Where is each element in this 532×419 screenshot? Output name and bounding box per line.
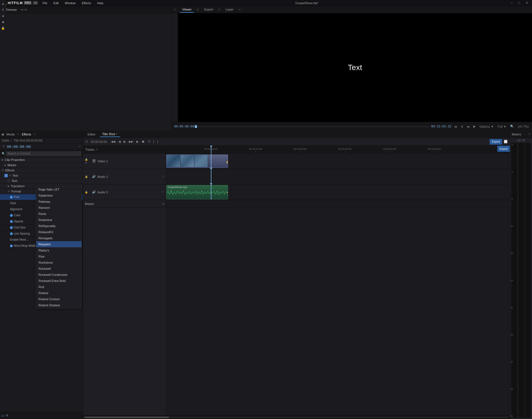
font-dropdown[interactable]: Rage Italic LET Raiderfont Raleway Ranso… — [36, 186, 82, 309]
font-item-refspecialty[interactable]: RefSpecialty — [36, 223, 81, 229]
editor-btn-prev-frame[interactable]: ◀◀ — [110, 139, 116, 144]
zoom-button[interactable]: 🔍 — [509, 124, 515, 129]
editor-btn-play[interactable]: ▶ — [135, 139, 140, 144]
audio-2-clip[interactable]: GospelShow.mp4 — [166, 185, 228, 199]
text-item-section[interactable]: Text — [0, 178, 83, 184]
font-item-renegado[interactable]: Renegado — [36, 235, 81, 241]
editor-btn-prev[interactable]: ◀ — [117, 139, 122, 144]
font-item-rage[interactable]: Rage Italic LET — [36, 186, 81, 192]
full-button[interactable]: Full ▼ — [497, 124, 508, 129]
font-item-rockwell[interactable]: Rockwell — [36, 266, 81, 272]
tab-media[interactable]: Media — [5, 132, 16, 137]
timeline-scrollbar[interactable] — [83, 415, 510, 419]
font-item-raiderfont[interactable]: Raiderfont — [36, 192, 81, 199]
scroll-thumb[interactable] — [84, 417, 169, 418]
font-item-ravie[interactable]: Ravie — [36, 211, 81, 217]
ruler-label-20min: 00:20:00:00 — [338, 148, 352, 150]
viewer-panel-menu[interactable]: ≡ — [174, 8, 176, 11]
font-item-relaxedfit[interactable]: RelaxedFit — [36, 229, 81, 235]
viewer-progress-bar[interactable] — [196, 126, 429, 127]
font-item-rockstone[interactable]: Rockstone — [36, 259, 81, 266]
btn-pause[interactable]: ⏸ — [459, 124, 465, 129]
alignment-label: Alignment — [10, 208, 38, 211]
font-item-rod[interactable]: Rod — [36, 284, 81, 290]
clip-properties-section[interactable]: ▶ Clip Properties — [0, 157, 83, 163]
tab-titleshot-close[interactable]: ✕ — [116, 132, 118, 135]
trim-btn-2[interactable]: ⏭ — [25, 8, 27, 11]
text-group-section[interactable]: ✔ ▼ Text — [0, 173, 83, 178]
meters-menu-icon[interactable]: ≡ — [529, 133, 530, 136]
export-button[interactable]: Export — [490, 139, 502, 145]
font-item-raleway[interactable]: Raleway — [36, 199, 81, 205]
btn-forward[interactable]: ⏭ — [466, 124, 471, 129]
master-settings[interactable]: ⚙ — [162, 202, 164, 205]
menu-edit[interactable]: Edit — [52, 1, 60, 5]
menu-file[interactable]: File — [41, 1, 49, 5]
export-timeline-button[interactable]: Export — [497, 146, 510, 152]
font-item-roland-shadow[interactable]: Roland Shadow — [36, 302, 81, 308]
timeline-ruler[interactable]: 00:05:00:00 00:10:00:00 00:15:00:00 00:2… — [166, 146, 510, 153]
font-item-rockwell-condensed[interactable]: Rockwell Condensed — [36, 272, 81, 278]
tool-mask[interactable]: ◆ — [1, 19, 6, 24]
track-v1-lock[interactable]: 🔒 — [85, 158, 90, 161]
tab-layer[interactable]: Layer — [224, 7, 236, 13]
editor-btn-stop[interactable]: ⏹ — [140, 139, 146, 144]
tab-export[interactable]: Export — [202, 7, 215, 13]
tool-select[interactable]: ▲ — [1, 1, 6, 6]
options-button[interactable]: Options ▼ — [478, 124, 495, 129]
trim-btn-1[interactable]: ⏮ — [21, 8, 24, 11]
font-item-realvirtue[interactable]: Realvirtue — [36, 217, 81, 223]
export-tab-menu[interactable]: ≡ — [219, 8, 220, 11]
video-clip[interactable] — [166, 155, 228, 168]
editor-btn-next[interactable]: ▶ — [122, 139, 127, 144]
font-item-ransom[interactable]: Ransom — [36, 205, 81, 211]
layer-tab-menu[interactable]: ≡ — [239, 8, 241, 11]
font-item-rise[interactable]: Rise — [36, 253, 81, 259]
btn-play[interactable]: ▶ — [472, 124, 477, 129]
tool-crop[interactable]: ◈ — [1, 13, 6, 18]
viewer-tab-menu[interactable]: ≡ — [197, 8, 199, 11]
font-item-ripleys[interactable]: Ripley's — [36, 247, 81, 253]
close-button[interactable]: ✕ — [524, 1, 530, 5]
controls-back-btn[interactable]: ◀ — [1, 132, 4, 136]
text-group-checkbox[interactable]: ✔ — [4, 174, 8, 177]
tracks-menu-icon[interactable]: ≡ — [96, 148, 98, 151]
track-v1-controls: 🔒 👁 — [85, 158, 90, 164]
tool-lock[interactable]: 🔒 — [1, 25, 6, 30]
media-tab-icon[interactable]: ≡ — [17, 133, 19, 136]
tick-m12: -12 — [510, 225, 513, 227]
editor-btn-next-frame[interactable]: ▶▶ — [128, 139, 134, 144]
filter-icon[interactable]: ▽ — [79, 145, 81, 148]
tab-viewer[interactable]: Viewer — [180, 7, 194, 13]
editor-btn-loop[interactable]: ↺ — [147, 139, 151, 144]
font-item-roland[interactable]: Roland — [36, 290, 81, 296]
minimize-button[interactable]: ─ — [509, 1, 515, 5]
btn-rewind[interactable]: ⏮ — [453, 124, 458, 129]
tab-effects[interactable]: Effects — [20, 132, 33, 137]
expand-icon[interactable]: ⬜ — [504, 140, 508, 143]
effects-tab-icon[interactable]: ≡ — [34, 133, 35, 136]
maximize-button[interactable]: □ — [516, 1, 522, 5]
editor-tab-editor[interactable]: Editor — [85, 132, 98, 137]
track-v1-eye[interactable]: 👁 — [85, 161, 90, 164]
track-a1-lock[interactable]: 🔒 — [85, 175, 90, 178]
editor-tab-titleshot[interactable]: Title Shot ✕ — [100, 132, 120, 137]
timeline-settings-icon[interactable]: ⚙ — [85, 140, 88, 143]
font-item-roland-contour[interactable]: Roland Contour — [36, 296, 81, 302]
editor-btn-inpoint[interactable]: [ — [152, 139, 155, 144]
gear-icon-controls[interactable]: ⚙ — [6, 414, 8, 417]
tool-text[interactable]: A — [1, 7, 6, 12]
search-input[interactable] — [6, 151, 81, 156]
menu-help[interactable]: Help — [95, 1, 105, 5]
menu-window[interactable]: Window — [63, 1, 77, 5]
track-a2-lock[interactable]: 🔒 — [85, 191, 90, 194]
menu-effects[interactable]: Effects — [80, 1, 93, 5]
scroll-track[interactable] — [84, 417, 509, 418]
font-item-rockwell-extra-bold[interactable]: Rockwell Extra Bold — [36, 278, 81, 284]
masks-section[interactable]: ▶ Masks — [0, 163, 83, 168]
font-item-requiem[interactable]: Requiem — [36, 241, 81, 247]
effects-section[interactable]: ▼ Effects — [0, 168, 83, 173]
timeline-main: 00:05:00:00 00:10:00:00 00:15:00:00 00:2… — [166, 146, 510, 415]
underline-icon[interactable]: U — [2, 414, 4, 417]
editor-btn-outpoint[interactable]: ] — [156, 139, 159, 144]
